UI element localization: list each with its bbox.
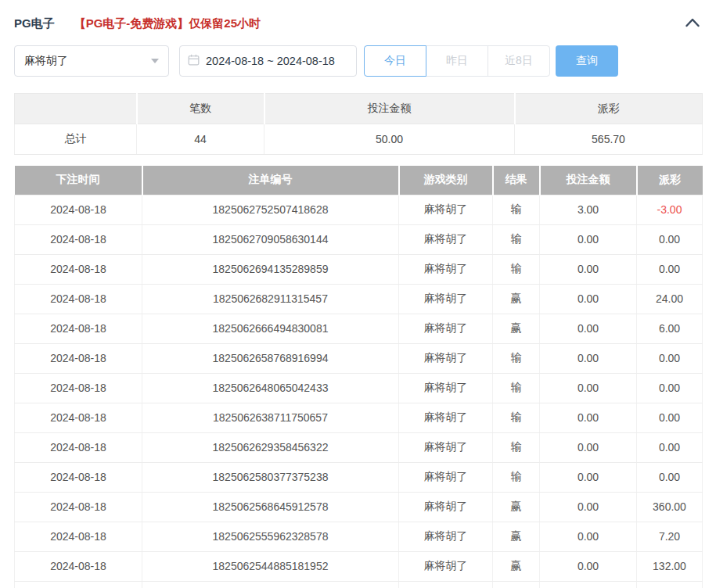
table-cell [540,581,637,588]
table-row: 2024-08-181825062629358456322麻将胡了输0.000.… [15,432,703,462]
summary-header-bet-amount: 投注金额 [264,94,515,124]
records-header-row: 下注时间 注单编号 游戏类别 结果 投注金额 派彩 [15,166,703,195]
table-cell: 1825062648065042433 [142,373,399,403]
table-cell: 0.00 [540,551,637,581]
chevron-up-icon [685,17,700,30]
summary-total-row: 总计 44 50.00 565.70 [15,124,703,155]
table-row: 2024-08-181825062694135289859麻将胡了输0.000.… [15,254,703,284]
table-row: 2024-08-181825062682911315457麻将胡了赢0.0024… [15,284,703,314]
quick-range-button-1[interactable]: 昨日 [426,45,488,77]
table-cell: 0.00 [540,343,637,373]
table-cell: 麻将胡了 [399,432,493,462]
table-cell: -3.00 [637,195,703,224]
quick-range-button-0[interactable]: 今日 [364,45,426,77]
table-cell: 0.00 [540,403,637,432]
table-cell: 1825062752507418628 [142,195,399,224]
page-title: PG电子 [14,16,55,31]
table-cell: 麻将胡了 [399,492,493,522]
table-cell: 1825062629358456322 [142,432,399,462]
table-cell: 1825062658768916994 [142,343,399,373]
table-cell: 1825062694135289859 [142,254,399,284]
table-cell: 0.00 [637,373,703,403]
table-cell: 输 [493,462,540,492]
table-cell: 0.00 [637,462,703,492]
table-cell: 输 [493,373,540,403]
table-cell: 麻将胡了 [399,551,493,581]
game-select[interactable]: 麻将胡了 [14,45,169,77]
table-cell: 132.00 [637,551,703,581]
summary-total-bet-amount: 50.00 [264,124,515,155]
table-cell: 0.00 [540,284,637,314]
table-row: 2024-08-181825062709058630144麻将胡了输0.000.… [15,224,703,254]
table-row: 2024-08-181825062580377375238麻将胡了输0.000.… [15,462,703,492]
col-header-payout: 派彩 [637,166,703,195]
search-button[interactable]: 查询 [556,45,618,77]
records-table-body: 2024-08-181825062752507418628麻将胡了输3.00-3… [15,195,703,588]
date-range-input[interactable]: 2024-08-18 ~ 2024-08-18 [179,45,357,77]
table-cell [142,581,399,588]
table-row: 2024-08-181825062752507418628麻将胡了输3.00-3… [15,195,703,224]
table-cell: 1825062580377375238 [142,462,399,492]
table-cell: 1825062709058630144 [142,224,399,254]
table-row: 2024-08-181825062544885181952麻将胡了赢0.0013… [15,551,703,581]
table-cell: 2024-08-18 [15,373,142,403]
table-cell: 2024-08-18 [15,492,142,522]
table-cell: 赢 [493,314,540,343]
table-cell: 0.00 [540,522,637,551]
table-cell: 0.00 [540,254,637,284]
summary-table: 笔数 投注金额 派彩 总计 44 50.00 565.70 [14,93,703,155]
summary-header-row: 笔数 投注金额 派彩 [15,94,703,124]
table-cell: 麻将胡了 [399,254,493,284]
table-cell: 输 [493,224,540,254]
caret-down-icon [151,59,159,63]
table-row: 2024-08-181825062648065042433麻将胡了输0.000.… [15,373,703,403]
table-cell: 1825062568645912578 [142,492,399,522]
table-cell [637,581,703,588]
table-row: 2024-08-181825062568645912578麻将胡了赢0.0036… [15,492,703,522]
table-cell: 0.00 [637,343,703,373]
quick-range-group: 今日昨日近8日 [364,45,550,77]
table-row-partial [15,581,703,588]
summary-total-label: 总计 [15,124,137,155]
table-cell: 2024-08-18 [15,254,142,284]
summary-header-blank [15,94,137,124]
table-cell: 360.00 [637,492,703,522]
table-row: 2024-08-181825062555962328578麻将胡了赢0.007.… [15,522,703,551]
panel-header: PG电子 【PG电子-免费游戏】仅保留25小时 [14,14,702,33]
table-cell: 1825062666494830081 [142,314,399,343]
table-cell: 输 [493,343,540,373]
table-cell: 0.00 [637,254,703,284]
summary-header-payout: 派彩 [515,94,703,124]
betting-records-panel: PG电子 【PG电子-免费游戏】仅保留25小时 麻将胡了 [0,0,716,588]
table-cell: 2024-08-18 [15,343,142,373]
table-cell: 麻将胡了 [399,224,493,254]
table-cell: 2024-08-18 [15,314,142,343]
table-cell: 0.00 [637,224,703,254]
table-cell: 麻将胡了 [399,462,493,492]
table-cell: 麻将胡了 [399,195,493,224]
table-cell: 3.00 [540,195,637,224]
collapse-button[interactable] [683,16,702,31]
quick-range-button-2[interactable]: 近8日 [488,45,550,77]
summary-total-count: 44 [137,124,264,155]
col-header-bet-amount: 投注金额 [540,166,637,195]
game-select-value: 麻将胡了 [24,54,151,68]
promo-notice: 【PG电子-免费游戏】仅保留25小时 [74,16,261,31]
table-cell: 2024-08-18 [15,432,142,462]
table-cell: 2024-08-18 [15,522,142,551]
table-cell: 2024-08-18 [15,224,142,254]
table-cell: 赢 [493,284,540,314]
table-cell: 1825062682911315457 [142,284,399,314]
table-cell: 麻将胡了 [399,403,493,432]
table-cell: 0.00 [540,224,637,254]
summary-total-payout: 565.70 [515,124,703,155]
col-header-game-type: 游戏类别 [399,166,493,195]
table-cell: 0.00 [540,492,637,522]
table-cell: 2024-08-18 [15,403,142,432]
table-cell: 2024-08-18 [15,462,142,492]
date-range-value: 2024-08-18 ~ 2024-08-18 [206,55,335,67]
table-cell: 6.00 [637,314,703,343]
table-cell [493,581,540,588]
table-cell: 麻将胡了 [399,343,493,373]
col-header-bet-id: 注单编号 [142,166,399,195]
